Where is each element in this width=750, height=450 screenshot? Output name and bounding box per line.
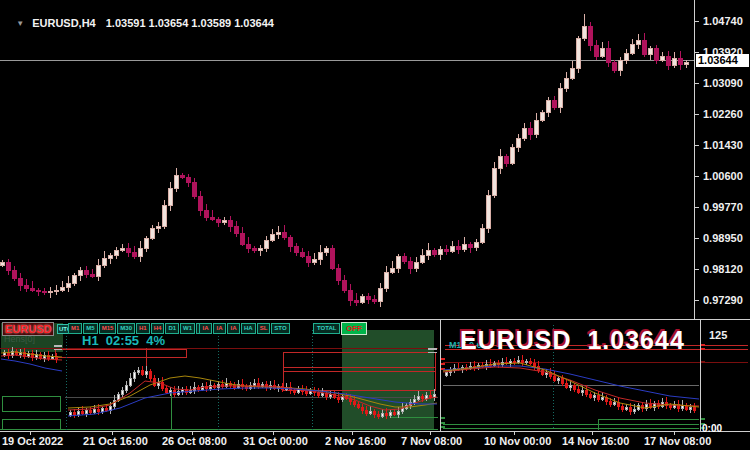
timeframe-chip-w1[interactable]: W1 xyxy=(180,323,195,334)
total-chip-button[interactable]: TOTAL xyxy=(313,323,340,334)
timeframe-chip-row: M1M5M15M30H1H4D1W1MN xyxy=(68,323,211,334)
timeframe-chip-h1[interactable]: H1 xyxy=(136,323,150,334)
time-axis-label: 19 Oct 2022 xyxy=(2,435,63,447)
mode-chip-ia[interactable]: IA xyxy=(213,323,226,334)
timeframe-chip-m1[interactable]: M1 xyxy=(68,323,82,334)
time-axis-label: 2 Nov 16:00 xyxy=(325,435,386,447)
price-axis-label: 0.99770 xyxy=(703,201,743,213)
price-axis-label: 1.00600 xyxy=(703,170,743,182)
mode-chip-row: IAIAIAHASLSTO xyxy=(199,323,290,334)
chart-title: ▼EURUSD,H41.03591 1.03654 1.03589 1.0364… xyxy=(4,5,274,41)
time-axis-label: 10 Nov 00:00 xyxy=(484,435,551,447)
price-axis-label: 1.01430 xyxy=(703,139,743,151)
price-axis-label: 0.97290 xyxy=(703,294,743,306)
chevron-down-icon[interactable]: ▼ xyxy=(16,19,24,28)
current-price-tag: 1.03644 xyxy=(696,54,749,67)
subchart-scale-label: 125 xyxy=(709,329,727,341)
time-axis-label: 7 Nov 08:00 xyxy=(401,435,462,447)
chart-canvas[interactable] xyxy=(0,0,750,450)
price-axis-label: 0.98120 xyxy=(703,263,743,275)
ohlc-values: 1.03591 1.03654 1.03589 1.03644 xyxy=(106,17,274,29)
price-axis-label: 1.03090 xyxy=(703,77,743,89)
price-axis-label: 0.98950 xyxy=(703,232,743,244)
time-axis-label: 14 Nov 16:00 xyxy=(562,435,629,447)
timeframe-chip-h4[interactable]: H4 xyxy=(151,323,165,334)
indicator-symbol-button[interactable]: EURUSD xyxy=(2,322,54,336)
subchart-time-label: 0:00 xyxy=(702,423,722,434)
timeframe-chip-m30[interactable]: M30 xyxy=(117,323,135,334)
mode-chip-sto[interactable]: STO xyxy=(271,323,289,334)
mode-chip-sl[interactable]: SL xyxy=(257,323,271,334)
timeframe-chip-m15[interactable]: M15 xyxy=(99,323,117,334)
timeframe-chip-d1[interactable]: D1 xyxy=(165,323,179,334)
price-axis-label: 1.02260 xyxy=(703,108,743,120)
mode-chip-ia[interactable]: IA xyxy=(227,323,240,334)
mode-chip-ia[interactable]: IA xyxy=(199,323,212,334)
symbol-period-label: EURUSD,H4 xyxy=(32,17,96,29)
symbol-watermark: EURUSD 1.03644 xyxy=(460,326,685,355)
off-chip-button[interactable]: OFF xyxy=(341,322,367,335)
time-axis-label: 17 Nov 08:00 xyxy=(644,435,711,447)
timeframe-chip-m5[interactable]: M5 xyxy=(83,323,97,334)
time-axis-label: 26 Oct 08:00 xyxy=(162,435,227,447)
mode-chip-ha[interactable]: HA xyxy=(241,323,256,334)
price-axis-label: 1.04740 xyxy=(703,15,743,27)
time-axis-label: 31 Oct 00:00 xyxy=(243,435,308,447)
timer-status-label: H1 02:55 4% xyxy=(82,333,165,348)
time-axis-label: 21 Oct 16:00 xyxy=(83,435,148,447)
mt4-chart-window: ▼EURUSD,H41.03591 1.03654 1.03589 1.0364… xyxy=(0,0,750,450)
